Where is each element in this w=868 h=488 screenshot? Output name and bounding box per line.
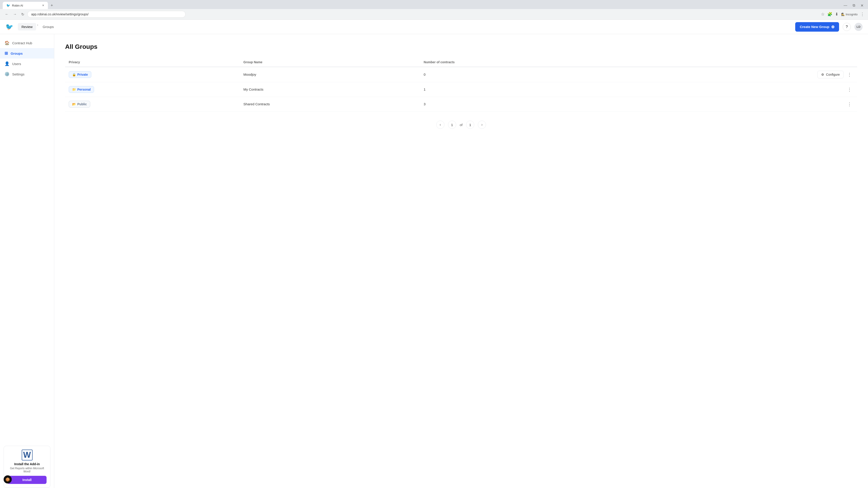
col-actions <box>625 58 857 67</box>
users-icon: 👤 <box>4 61 9 66</box>
group-name: Moodjoy <box>243 72 256 76</box>
personal-icon: 📁 <box>72 88 76 91</box>
more-options-button[interactable]: ⋮ <box>845 101 854 108</box>
table-row: 📂 Public Shared Contracts 3 ⋮ <box>65 97 857 111</box>
create-new-group-button[interactable]: Create New Group ⊕ <box>795 22 839 32</box>
sidebar-item-settings-label: Settings <box>12 72 24 76</box>
col-contracts: Number of contracts <box>420 58 625 67</box>
contract-count: 3 <box>424 102 426 106</box>
incognito-badge: 🕵 Incognito <box>841 13 858 16</box>
row-actions: ⋮ <box>628 86 854 93</box>
pagination-next-button[interactable]: › <box>478 121 486 129</box>
addon-desc: Get Reports within Microsoft Word! <box>7 467 46 473</box>
configure-button[interactable]: ⚙ Configure <box>817 71 844 78</box>
tab-close-btn[interactable]: ✕ <box>42 4 44 7</box>
active-tab[interactable]: 🐦 Robin AI ✕ <box>3 2 48 9</box>
menu-button[interactable]: ⋮ <box>860 12 864 17</box>
public-icon: 📂 <box>72 102 76 106</box>
groups-icon: ⊞ <box>4 51 8 56</box>
tab-favicon: 🐦 <box>6 4 10 7</box>
privacy-badge-public: 📂 Public <box>69 101 90 107</box>
sidebar-item-contract-hub[interactable]: 🏠 Contract Hub <box>0 38 54 48</box>
address-bar[interactable]: app.robinai.co.uk/review/settings/groups… <box>27 11 186 18</box>
app-body: 🏠 Contract Hub ⊞ Groups 👤 Users ⚙️ Setti… <box>0 34 868 488</box>
row-actions: ⋮ <box>628 101 854 108</box>
table-row: 🔒 Private Moodjoy 0 ⚙ Configure ⋮ <box>65 67 857 82</box>
pagination-prev-button[interactable]: ‹ <box>436 121 444 129</box>
row-actions: ⚙ Configure ⋮ <box>628 71 854 78</box>
app-logo: 🐦 <box>5 23 13 31</box>
sidebar-item-users-label: Users <box>12 62 21 66</box>
group-name: Shared Contracts <box>243 102 270 106</box>
help-button[interactable]: ? <box>843 23 851 31</box>
tab-title: Robin AI <box>12 4 23 7</box>
sidebar-item-contract-hub-label: Contract Hub <box>12 41 32 45</box>
install-button[interactable]: Install <box>7 476 46 484</box>
privacy-badge-personal: 📁 Personal <box>69 86 94 93</box>
settings-icon: ⚙️ <box>4 72 9 76</box>
configure-gear-icon: ⚙ <box>821 73 824 76</box>
forward-button[interactable]: → <box>12 11 18 17</box>
pagination-total-pages: 1 <box>466 121 474 129</box>
col-group-name: Group Name <box>240 58 420 67</box>
sidebar-item-users[interactable]: 👤 Users <box>0 59 54 69</box>
incognito-label: Incognito <box>846 13 858 16</box>
more-options-button[interactable]: ⋮ <box>845 71 854 78</box>
maximize-button[interactable]: ⧉ <box>851 2 857 8</box>
private-icon: 🔒 <box>72 73 76 76</box>
pagination: ‹ 1 of 1 › <box>65 121 857 129</box>
col-privacy: Privacy <box>65 58 240 67</box>
privacy-badge-private: 🔒 Private <box>69 71 91 78</box>
breadcrumb-separator: › <box>37 23 38 31</box>
incognito-icon: 🕵 <box>841 13 845 16</box>
avatar-button[interactable]: LD <box>855 23 863 31</box>
page-title: All Groups <box>65 43 857 51</box>
nav-groups[interactable]: Groups <box>39 23 57 31</box>
table-row: 📁 Personal My Contracts 1 ⋮ <box>65 82 857 97</box>
back-button[interactable]: ← <box>4 11 10 17</box>
group-name: My Contracts <box>243 88 264 91</box>
addon-title: Install the Add-in <box>7 462 46 466</box>
nav-review[interactable]: Review <box>18 23 36 31</box>
pagination-current-page: 1 <box>448 121 456 129</box>
cookie-settings-button[interactable]: 🍪 <box>4 475 12 484</box>
home-icon: 🏠 <box>4 40 9 45</box>
reload-button[interactable]: ↻ <box>20 11 26 18</box>
create-new-group-label: Create New Group <box>800 25 829 29</box>
plus-icon: ⊕ <box>831 24 835 29</box>
app-header: 🐦 Review › Groups Create New Group ⊕ ? L… <box>0 20 868 34</box>
sidebar-item-groups[interactable]: ⊞ Groups <box>0 48 54 59</box>
contract-count: 0 <box>424 72 426 76</box>
browser-chrome: 🐦 Robin AI ✕ + — ⧉ ✕ ← → ↻ app.robinai.c… <box>0 0 868 20</box>
sidebar-item-groups-label: Groups <box>11 52 23 55</box>
contract-count: 1 <box>424 88 426 91</box>
app-nav: Review › Groups <box>18 23 57 31</box>
sidebar: 🏠 Contract Hub ⊞ Groups 👤 Users ⚙️ Setti… <box>0 34 54 488</box>
download-button[interactable]: ⬇ <box>835 12 838 17</box>
more-options-button[interactable]: ⋮ <box>845 86 854 93</box>
word-icon: W <box>22 450 33 460</box>
minimize-button[interactable]: — <box>842 2 849 8</box>
extensions-button[interactable]: 🧩 <box>827 12 832 17</box>
sidebar-item-settings[interactable]: ⚙️ Settings <box>0 69 54 79</box>
bookmark-button[interactable]: ☆ <box>821 12 825 17</box>
new-tab-button[interactable]: + <box>49 2 55 9</box>
url-text: app.robinai.co.uk/review/settings/groups… <box>31 12 182 16</box>
pagination-of-label: of <box>460 123 463 127</box>
main-content: All Groups Privacy Group Name Number of … <box>54 34 868 488</box>
header-right: Create New Group ⊕ ? LD <box>795 22 863 32</box>
groups-table: Privacy Group Name Number of contracts 🔒… <box>65 58 857 111</box>
close-window-button[interactable]: ✕ <box>859 2 865 8</box>
